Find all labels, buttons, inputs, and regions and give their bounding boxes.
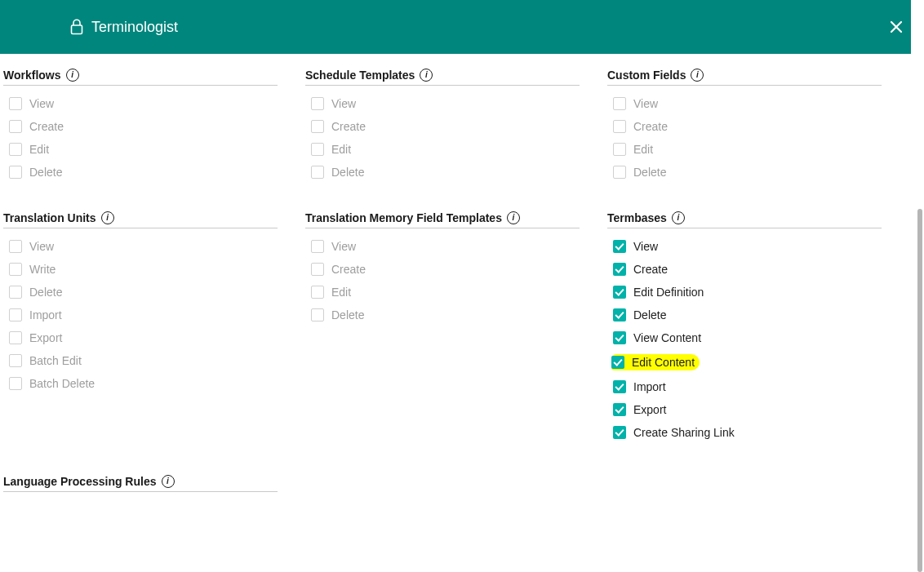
perm-tb-export[interactable]: Export <box>613 403 882 416</box>
perm-label: Export <box>633 404 666 415</box>
perm-tu-batch-edit[interactable]: Batch Edit <box>9 354 278 367</box>
perm-label: Edit Definition <box>633 286 704 298</box>
perm-tmft-delete[interactable]: Delete <box>311 308 580 321</box>
perm-tb-edit-definition[interactable]: Edit Definition <box>613 286 882 299</box>
checkbox-icon <box>311 286 324 299</box>
scrollbar-thumb[interactable] <box>917 209 922 572</box>
perm-label: Edit <box>331 286 351 298</box>
info-icon[interactable]: i <box>507 211 520 224</box>
perm-schedule-delete[interactable]: Delete <box>311 166 580 179</box>
perm-tmft-view[interactable]: View <box>311 240 580 253</box>
perm-tb-create-sharing-link[interactable]: Create Sharing Link <box>613 426 882 439</box>
permissions-grid: Workflows i View Create Edit Delete Sche… <box>3 54 924 503</box>
section-workflows: Workflows i View Create Edit Delete <box>3 69 278 179</box>
checkbox-icon <box>311 166 324 179</box>
section-header: Translation Memory Field Templates i <box>305 211 580 228</box>
info-icon[interactable]: i <box>672 211 685 224</box>
checkbox-icon <box>9 263 22 276</box>
info-icon[interactable]: i <box>691 69 704 82</box>
checkbox-icon <box>613 166 626 179</box>
perm-tu-view[interactable]: View <box>9 240 278 253</box>
perm-tu-batch-delete[interactable]: Batch Delete <box>9 377 278 390</box>
section-header: Workflows i <box>3 69 278 86</box>
checkbox-checked-icon <box>613 263 626 276</box>
perm-label: Delete <box>633 166 666 178</box>
info-icon[interactable]: i <box>162 475 175 488</box>
section-header: Schedule Templates i <box>305 69 580 86</box>
perm-workflows-edit[interactable]: Edit <box>9 143 278 156</box>
perm-schedule-create[interactable]: Create <box>311 120 580 133</box>
checkbox-icon <box>9 120 22 133</box>
checkbox-checked-icon <box>611 356 624 369</box>
perm-schedule-view[interactable]: View <box>311 97 580 110</box>
perm-list: View Create Edit Delete <box>613 97 882 179</box>
vertical-scrollbar[interactable] <box>911 0 924 572</box>
lock-icon <box>70 19 83 35</box>
info-icon[interactable]: i <box>66 69 79 82</box>
perm-tb-view-content[interactable]: View Content <box>613 331 882 344</box>
checkbox-checked-icon <box>613 380 626 393</box>
perm-workflows-view[interactable]: View <box>9 97 278 110</box>
perm-tb-create[interactable]: Create <box>613 263 882 276</box>
perm-tb-import[interactable]: Import <box>613 380 882 393</box>
perm-customfields-create[interactable]: Create <box>613 120 882 133</box>
info-icon[interactable]: i <box>420 69 433 82</box>
checkbox-checked-icon <box>613 286 626 299</box>
perm-label: Create <box>331 121 366 132</box>
section-custom-fields: Custom Fields i View Create Edit Delete <box>607 69 882 179</box>
perm-label: Create <box>29 121 64 132</box>
perm-tb-edit-content[interactable]: Edit Content <box>613 354 882 370</box>
checkbox-icon <box>9 97 22 110</box>
perm-tb-view[interactable]: View <box>613 240 882 253</box>
header-title-wrap: Terminologist <box>70 19 178 36</box>
perm-label: Delete <box>331 309 364 321</box>
perm-list: View Create Edit Delete <box>311 97 580 179</box>
checkbox-checked-icon <box>613 331 626 344</box>
perm-tu-write[interactable]: Write <box>9 263 278 276</box>
dialog-header: Terminologist <box>0 0 924 54</box>
perm-tu-import[interactable]: Import <box>9 308 278 321</box>
perm-label: View <box>29 241 54 252</box>
perm-customfields-edit[interactable]: Edit <box>613 143 882 156</box>
checkbox-icon <box>9 308 22 321</box>
info-icon[interactable]: i <box>101 211 114 224</box>
perm-label: Write <box>29 264 56 275</box>
perm-label: Create <box>633 264 668 275</box>
perm-label: Batch Delete <box>29 378 95 389</box>
perm-customfields-view[interactable]: View <box>613 97 882 110</box>
checkbox-icon <box>311 97 324 110</box>
perm-workflows-delete[interactable]: Delete <box>9 166 278 179</box>
dialog-title: Terminologist <box>91 19 178 36</box>
checkbox-icon <box>613 120 626 133</box>
section-title: Custom Fields <box>607 69 686 82</box>
perm-tb-delete[interactable]: Delete <box>613 308 882 321</box>
perm-tu-export[interactable]: Export <box>9 331 278 344</box>
perm-tu-delete[interactable]: Delete <box>9 286 278 299</box>
checkbox-icon <box>9 166 22 179</box>
perm-label: Import <box>29 309 62 321</box>
perm-schedule-edit[interactable]: Edit <box>311 143 580 156</box>
section-header: Translation Units i <box>3 211 278 228</box>
close-button[interactable] <box>888 19 904 35</box>
svg-rect-0 <box>72 25 82 34</box>
section-header: Custom Fields i <box>607 69 882 86</box>
perm-customfields-delete[interactable]: Delete <box>613 166 882 179</box>
checkbox-icon <box>613 97 626 110</box>
perm-label: Export <box>29 332 62 344</box>
perm-workflows-create[interactable]: Create <box>9 120 278 133</box>
section-title: Schedule Templates <box>305 69 415 82</box>
checkbox-icon <box>9 286 22 299</box>
perm-tmft-edit[interactable]: Edit <box>311 286 580 299</box>
perm-label: Edit <box>29 144 49 155</box>
checkbox-icon <box>9 377 22 390</box>
perm-label: View <box>633 241 658 252</box>
perm-label: Edit <box>331 144 351 155</box>
perm-label: View <box>331 241 356 252</box>
perm-label: Create Sharing Link <box>633 427 735 438</box>
checkbox-checked-icon <box>613 240 626 253</box>
perm-label: Edit <box>633 144 653 155</box>
section-header: Termbases i <box>607 211 882 228</box>
section-title: Workflows <box>3 69 61 82</box>
perm-tmft-create[interactable]: Create <box>311 263 580 276</box>
perm-label: Delete <box>29 286 62 298</box>
